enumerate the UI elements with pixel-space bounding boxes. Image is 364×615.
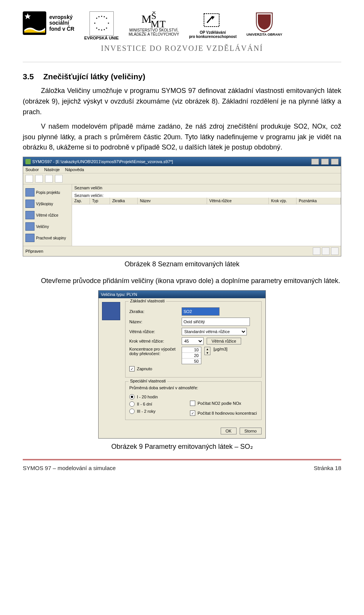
- action-delete-icon[interactable]: [331, 247, 339, 255]
- radio-i-20h[interactable]: [129, 394, 135, 400]
- toolbar-open-icon[interactable]: [35, 175, 43, 182]
- konc-val: 10: [182, 347, 201, 353]
- list-label: Seznam veličin:: [72, 192, 341, 198]
- col-typ[interactable]: Typ: [90, 198, 110, 204]
- lbl-nazev: Název:: [129, 319, 179, 324]
- radio-ii-6d[interactable]: [129, 401, 135, 407]
- op-logo: OP Vzdělávání pro konkurenceschopnost: [189, 11, 237, 39]
- window-titlebar: SYMOS97 - [E:\zakazky\UNOB\2011\symos97\…: [23, 157, 341, 166]
- header-rule: [23, 62, 341, 62]
- chk-no2[interactable]: [190, 401, 195, 406]
- col-krok[interactable]: Krok výp.: [269, 198, 297, 204]
- koncentrace-list[interactable]: 10 20 50: [182, 347, 201, 364]
- storno-button[interactable]: Storno: [240, 428, 262, 434]
- footer-right: Stránka 18: [314, 465, 341, 471]
- toolbar-new-icon[interactable]: [25, 175, 33, 182]
- invest-heading: INVESTICE DO ROZVOJE VZDĚLÁVÁNÍ: [23, 42, 341, 62]
- section-heading: 3.5Znečišťující látky (veličiny): [23, 72, 341, 81]
- close-button[interactable]: [331, 159, 339, 165]
- dialog-title: Veličina typu: PLYN: [101, 292, 137, 297]
- sidebar-vyskopisy[interactable]: Výškopisy: [25, 198, 70, 209]
- radio-iii-2r[interactable]: [129, 409, 135, 414]
- screenshot-symos-window: SYMOS97 - [E:\zakazky\UNOB\2011\symos97\…: [23, 157, 341, 256]
- radio-label: II - 6 dní: [137, 402, 152, 406]
- op-line-1: OP Vzdělávání: [200, 30, 226, 35]
- svg-point-12: [98, 29, 99, 30]
- esf-text-1: evropský: [49, 14, 74, 20]
- sidebar-vetrne-ruzice[interactable]: Větrné růžice: [25, 209, 70, 221]
- radio-label: III - 2 roky: [137, 409, 155, 414]
- lbl-setrvani: Průměrná doba setrvání v atmosféře:: [129, 385, 257, 390]
- svg-rect-18: [204, 14, 219, 27]
- lbl-krok: Krok větrné růžice:: [129, 339, 179, 343]
- svg-marker-0: [25, 13, 31, 19]
- menubar: Soubor Nástroje Nápověda: [23, 166, 341, 173]
- chk-8h-label: Počítat 8 hodinovou koncentraci: [198, 411, 257, 415]
- btn-vetrna-ruzice[interactable]: Větrná růžice: [207, 338, 241, 344]
- svg-point-7: [106, 18, 107, 19]
- sidebar-popis-projektu[interactable]: Popis projektu: [25, 187, 70, 198]
- svg-point-3: [101, 30, 102, 31]
- window-title: SYMOS97 - [E:\zakazky\UNOB\2011\symos97\…: [32, 159, 173, 164]
- uo-logo: UNIVERZITA OBRANY: [246, 11, 282, 36]
- paragraph-1: Záložka Veličiny umožňuje v programu SYM…: [23, 86, 341, 118]
- msmt-line-2: MLÁDEŽE A TĚLOVÝCHOVY: [129, 32, 179, 36]
- input-zkratka[interactable]: [182, 307, 220, 316]
- radio-label: I - 20 hodin: [137, 395, 158, 399]
- group-zakladni: Základní vlastnosti: [129, 299, 166, 303]
- svg-point-13: [104, 29, 105, 30]
- svg-point-11: [104, 16, 105, 17]
- eu-logo: EVROPSKÁ UNIE: [84, 11, 119, 40]
- esf-text-3: fond v ČR: [49, 26, 74, 32]
- sidebar-prachove-skupiny[interactable]: Prachové skupiny: [25, 232, 70, 244]
- koncentrace-spinner[interactable]: ▲▼: [204, 347, 210, 355]
- msmt-logo: MŠMT MINISTERSTVO ŠKOLSTVÍ, MLÁDEŽE A TĚ…: [129, 11, 179, 36]
- sidebar-veliciny[interactable]: Veličiny: [25, 221, 70, 232]
- sidebar-label: Prachové skupiny: [36, 236, 66, 240]
- sidebar-label: Popis projektu: [36, 190, 60, 195]
- svg-point-4: [94, 23, 95, 24]
- toolbar-print-icon[interactable]: [55, 175, 63, 182]
- dialog-velicina: Veličina typu: PLYN Základní vlastnosti …: [98, 290, 266, 439]
- status-text: Připraven: [25, 249, 43, 253]
- konc-val: 20: [182, 353, 201, 359]
- col-zkratka[interactable]: Zkratka: [110, 198, 138, 204]
- svg-point-10: [98, 16, 99, 17]
- select-krok[interactable]: 45: [182, 337, 204, 345]
- esf-text-2: sociální: [49, 20, 74, 26]
- col-zap[interactable]: Zap.: [72, 198, 90, 204]
- maximize-button[interactable]: [321, 159, 329, 165]
- chk-zapnuto[interactable]: ✓: [129, 366, 135, 371]
- input-nazev[interactable]: [182, 318, 250, 326]
- chk-8h[interactable]: ✓: [190, 411, 195, 416]
- grid-header: Zap. Typ Zkratka Název Větrná růžice Kro…: [72, 198, 341, 204]
- panel-head: Seznam veličin: [72, 184, 341, 192]
- svg-text:M: M: [141, 13, 152, 25]
- menu-nastroje[interactable]: Nástroje: [44, 167, 60, 172]
- grid-body[interactable]: [72, 204, 341, 246]
- select-ruzice[interactable]: Standardní větrná růžice: [182, 328, 247, 335]
- action-save-icon[interactable]: [322, 247, 329, 255]
- svg-point-9: [106, 28, 107, 29]
- svg-point-6: [96, 18, 97, 19]
- toolbar: [23, 173, 341, 184]
- action-add-icon[interactable]: [313, 247, 320, 255]
- col-poznamka[interactable]: Poznámka: [297, 198, 341, 204]
- lbl-koncentrace: Koncentrace pro výpočet doby překročení:: [129, 347, 179, 356]
- minimize-button[interactable]: [311, 159, 319, 165]
- svg-marker-19: [212, 16, 215, 20]
- header-logos: evropský sociální fond v ČR EVROPSKÁ UNI…: [23, 0, 341, 42]
- menu-napoveda[interactable]: Nápověda: [65, 167, 84, 172]
- uo-label: UNIVERZITA OBRANY: [246, 33, 282, 36]
- ok-button[interactable]: OK: [221, 428, 237, 434]
- col-ruzice[interactable]: Větrná růžice: [207, 198, 269, 204]
- menu-soubor[interactable]: Soubor: [25, 167, 39, 172]
- svg-text:T: T: [160, 19, 166, 28]
- col-nazev[interactable]: Název: [138, 198, 207, 204]
- chk-zapnuto-label: Zapnuto: [137, 366, 152, 371]
- section-title: Znečišťující látky (veličiny): [43, 72, 145, 81]
- svg-point-2: [101, 16, 102, 17]
- toolbar-save-icon[interactable]: [45, 175, 53, 182]
- svg-point-8: [96, 28, 97, 29]
- group-specialni: Speciální vlastnosti: [129, 379, 167, 383]
